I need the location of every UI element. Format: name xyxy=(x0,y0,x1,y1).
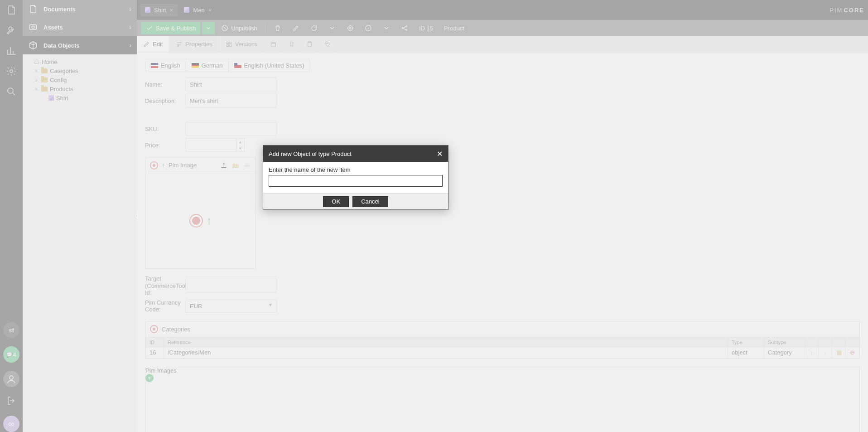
cancel-button[interactable]: Cancel xyxy=(352,196,388,207)
ok-button[interactable]: OK xyxy=(323,196,349,207)
new-item-name-field[interactable] xyxy=(269,175,443,187)
modal-prompt: Enter the name of the new item xyxy=(269,166,443,173)
modal-header[interactable]: Add new Object of type Product ✕ xyxy=(263,146,448,162)
close-icon[interactable]: ✕ xyxy=(437,150,443,158)
modal-mask xyxy=(0,0,868,432)
add-object-modal: Add new Object of type Product ✕ Enter t… xyxy=(263,145,448,210)
modal-title: Add new Object of type Product xyxy=(269,150,352,157)
